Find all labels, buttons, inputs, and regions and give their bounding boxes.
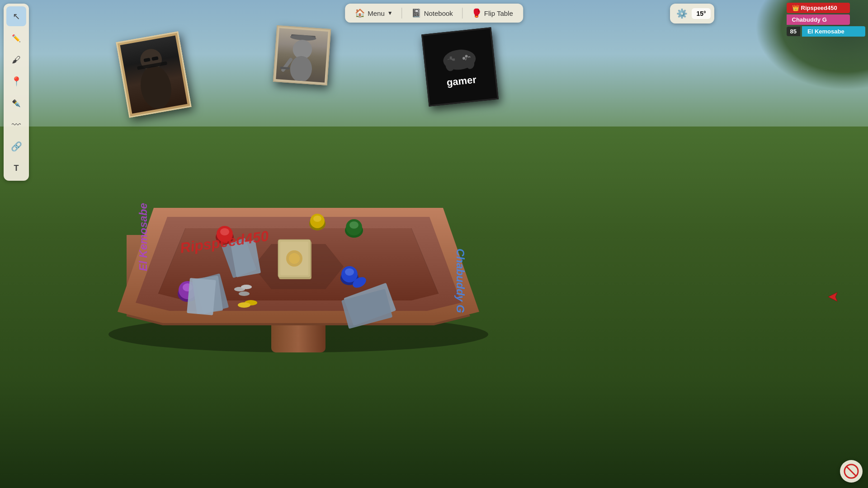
pin-tool-button[interactable]: 📍 [6,71,26,91]
photo-gamer[interactable]: gamer [421,27,499,106]
menu-icon: 🏠 [355,8,365,18]
svg-text:Chabuddy G: Chabuddy G [454,249,467,313]
svg-line-52 [150,59,152,60]
top-navigation: 🏠 Menu ▼ 📓 Notebook 🥊 Flip Table [345,4,523,23]
player-name-elkemosabe[interactable]: El Kemosabe [802,26,865,37]
nav-divider-1 [402,8,402,19]
paint-tool-button[interactable]: 🖌 [6,50,26,70]
player-row-chabuddy: Chabuddy G [787,14,865,25]
photo-cowboy[interactable] [273,25,331,85]
player-score-elkemosabe: 85 [787,27,800,36]
player-row-elkemosabe: 85 El Kemosabe [787,26,865,37]
cursor-tool-button[interactable]: ↖ [6,6,26,26]
flip-table-icon: 🥊 [472,8,481,18]
player-name-ripspeed[interactable]: 👑 Ripspeed450 [787,3,850,13]
settings-panel: ⚙️ 15° [670,4,714,23]
svg-point-41 [239,291,250,296]
settings-button[interactable]: ⚙️ [674,5,690,22]
measure-tool-button[interactable]: 〰 [6,115,26,135]
notebook-button[interactable]: 📓 Notebook [404,5,460,21]
angle-display: 15° [692,8,711,19]
flip-table-button[interactable]: 🥊 Flip Table [464,5,520,21]
red-cursor-indicator [826,290,841,307]
draw-tool-button[interactable]: ✏️ [6,28,26,48]
nav-divider-2 [462,8,462,19]
notebook-icon: 📓 [411,8,421,18]
settings-icon: ⚙️ [676,8,688,19]
cursor-tool-icon: ↖ [13,11,20,22]
notebook-label: Notebook [424,9,453,17]
svg-point-43 [238,302,250,308]
player-row-ripspeed: 👑 Ripspeed450 [787,3,865,13]
player-name-chabuddy[interactable]: Chabuddy G [787,14,850,25]
laser-tool-button[interactable]: ✒️ [6,93,26,113]
crown-icon-ripspeed: 👑 [792,5,799,11]
pin-tool-icon: 📍 [11,76,22,87]
svg-point-15 [289,253,300,264]
svg-point-30 [345,268,354,276]
menu-dropdown-icon: ▼ [387,10,393,16]
menu-label: Menu [368,9,385,17]
svg-point-24 [349,221,359,229]
measure-tool-icon: 〰 [12,120,21,130]
svg-point-48 [137,63,175,111]
link-tool-button[interactable]: 🔗 [6,136,26,156]
laser-tool-icon: ✒️ [12,99,21,108]
text-tool-icon: T [14,164,19,173]
svg-point-40 [241,285,252,289]
no-symbol-button[interactable] [840,460,863,483]
svg-point-21 [313,216,321,222]
svg-text:El Kemosabe: El Kemosabe [137,203,149,271]
menu-button[interactable]: 🏠 Menu ▼ [348,5,400,21]
angle-value: 15° [696,10,706,17]
flip-table-label: Flip Table [484,9,513,17]
draw-tool-icon: ✏️ [12,34,21,42]
svg-rect-34 [187,278,216,315]
svg-line-69 [846,466,856,476]
svg-point-56 [289,55,313,82]
link-tool-icon: 🔗 [11,141,22,152]
game-table: Ripspeed450 El Kemosabe Chabuddy G [90,99,506,361]
ripspeed-name: Ripspeed450 [801,5,837,11]
tools-panel: ↖ ✏️ 🖌 📍 ✒️ 〰 🔗 T [4,4,29,181]
photo-person[interactable] [116,31,191,118]
paint-tool-icon: 🖌 [12,55,21,65]
player-list: 👑 Ripspeed450 Chabuddy G 85 El Kemosabe [787,3,865,37]
text-tool-button[interactable]: T [6,158,26,178]
